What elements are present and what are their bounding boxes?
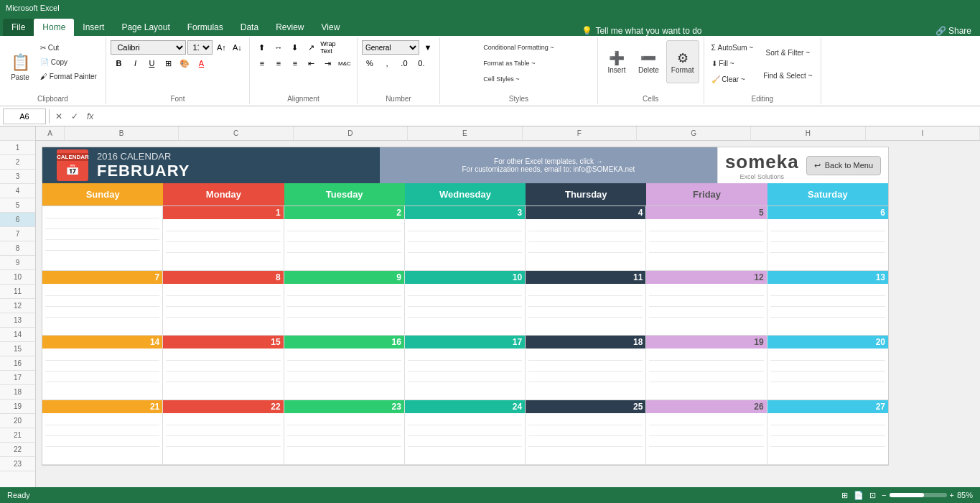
col-header-A[interactable]: A xyxy=(36,126,65,140)
font-name-select[interactable]: Calibri xyxy=(111,40,186,55)
cell-week2-wed[interactable]: 10 xyxy=(405,271,526,336)
tab-data[interactable]: Data xyxy=(232,19,267,36)
align-left-button[interactable]: ≡ xyxy=(254,56,270,70)
cell-week2-tue[interactable]: 9 xyxy=(284,271,405,336)
align-center-button[interactable]: ≡ xyxy=(271,56,286,70)
cancel-input-icon[interactable]: ✕ xyxy=(52,111,65,121)
cell-week2-sat[interactable]: 13 xyxy=(767,271,888,336)
formula-input[interactable] xyxy=(99,109,977,124)
zoom-slider[interactable] xyxy=(890,493,947,497)
zoom-decrease-button[interactable]: − xyxy=(882,491,886,499)
col-header-E[interactable]: E xyxy=(408,126,522,140)
autosum-button[interactable]: Σ AutoSum ~ xyxy=(709,40,757,55)
cell-week1-sun[interactable] xyxy=(42,206,163,271)
copy-button[interactable]: 📄 Copy xyxy=(37,55,100,69)
borders-button[interactable]: ⊞ xyxy=(160,56,176,70)
align-right-button[interactable]: ≡ xyxy=(287,56,303,70)
tab-formulas[interactable]: Formulas xyxy=(179,19,232,36)
wrap-text-button[interactable]: Wrap Text xyxy=(320,40,336,55)
number-format-expand[interactable]: ▼ xyxy=(421,40,435,55)
cell-week3-tue[interactable]: 16 xyxy=(284,336,405,400)
percent-button[interactable]: % xyxy=(362,56,378,70)
cell-styles-button[interactable]: Cell Styles ~ xyxy=(480,72,556,86)
cell-week1-fri[interactable]: 5 xyxy=(646,206,767,271)
cell-week1-thu[interactable]: 4 xyxy=(526,206,646,271)
col-header-I[interactable]: I xyxy=(866,126,980,140)
find-select-button[interactable]: Find & Select ~ xyxy=(759,65,816,86)
sort-filter-button[interactable]: Sort & Filter ~ xyxy=(759,42,816,63)
cell-week3-fri[interactable]: 19 xyxy=(646,336,767,400)
cell-week2-fri[interactable]: 12 xyxy=(646,271,767,336)
cell-week2-mon[interactable]: 8 xyxy=(163,271,284,336)
tab-insert[interactable]: Insert xyxy=(74,19,113,36)
font-color-button[interactable]: A xyxy=(193,56,209,70)
cell-reference-box[interactable] xyxy=(3,109,46,124)
insert-cells-button[interactable]: ➕ Insert xyxy=(602,40,631,83)
col-header-B[interactable]: B xyxy=(65,126,179,140)
cell-week3-sat[interactable]: 20 xyxy=(767,336,888,400)
col-header-H[interactable]: H xyxy=(751,126,865,140)
cell-week1-sat[interactable]: 6 xyxy=(767,206,888,271)
fill-color-button[interactable]: 🎨 xyxy=(177,56,192,70)
cell-week3-sun[interactable]: 14 xyxy=(42,336,163,400)
number-format-select[interactable]: General xyxy=(362,40,419,55)
cell-week3-mon[interactable]: 15 xyxy=(163,336,284,400)
cell-week1-wed[interactable]: 3 xyxy=(405,206,526,271)
page-layout-view-button[interactable]: ⊞ xyxy=(841,491,848,500)
cell-week4-wed[interactable]: 24 xyxy=(405,400,526,465)
align-middle-button[interactable]: ↔ xyxy=(271,40,286,55)
cell-week4-mon[interactable]: 22 xyxy=(163,400,284,465)
tab-file[interactable]: File xyxy=(3,19,34,36)
tab-review[interactable]: Review xyxy=(267,19,312,36)
cell-week2-sun[interactable]: 7 xyxy=(42,271,163,336)
cut-button[interactable]: ✂ Cut xyxy=(37,40,100,55)
conditional-formatting-button[interactable]: Conditional Formatting ~ xyxy=(480,40,556,55)
cell-week4-sat[interactable]: 27 xyxy=(767,400,888,465)
cell-week2-thu[interactable]: 11 xyxy=(526,271,646,336)
align-bottom-button[interactable]: ⬇ xyxy=(287,40,303,55)
cell-week3-wed[interactable]: 17 xyxy=(405,336,526,400)
clear-button[interactable]: 🧹 Clear ~ xyxy=(709,72,757,86)
thousands-button[interactable]: , xyxy=(379,56,395,70)
cell-week1-mon[interactable]: 1 xyxy=(163,206,284,271)
confirm-input-icon[interactable]: ✓ xyxy=(68,111,81,121)
cell-week3-thu[interactable]: 18 xyxy=(526,336,646,400)
delete-cells-button[interactable]: ➖ Delete xyxy=(634,40,663,83)
cell-week4-fri[interactable]: 26 xyxy=(646,400,767,465)
back-to-menu-button[interactable]: ↩ Back to Menu xyxy=(806,156,881,175)
insert-function-icon[interactable]: fx xyxy=(84,111,96,121)
cell-week4-sun[interactable]: 21 xyxy=(42,400,163,465)
format-cells-button[interactable]: ⚙ Format xyxy=(666,40,699,83)
tab-page-layout[interactable]: Page Layout xyxy=(113,19,178,36)
italic-button[interactable]: I xyxy=(127,56,143,70)
zoom-increase-button[interactable]: + xyxy=(950,491,954,499)
col-header-D[interactable]: D xyxy=(294,126,408,140)
share-button[interactable]: 🔗 Share xyxy=(935,26,980,36)
bold-button[interactable]: B xyxy=(111,56,126,70)
decrease-decimal-button[interactable]: 0. xyxy=(414,56,429,70)
tell-me-input[interactable]: 💡 Tell me what you want to do xyxy=(348,26,935,36)
font-size-decrease-button[interactable]: A↓ xyxy=(230,40,244,55)
font-size-increase-button[interactable]: A↑ xyxy=(214,40,228,55)
font-size-select[interactable]: 11 xyxy=(187,40,213,55)
col-header-G[interactable]: G xyxy=(637,126,751,140)
decrease-indent-button[interactable]: ⇤ xyxy=(304,56,319,70)
col-header-F[interactable]: F xyxy=(523,126,637,140)
custom-view-button[interactable]: ⊡ xyxy=(869,491,876,500)
cell-week4-tue[interactable]: 23 xyxy=(284,400,405,465)
tab-home[interactable]: Home xyxy=(34,19,74,36)
tab-view[interactable]: View xyxy=(313,19,349,36)
increase-indent-button[interactable]: ⇥ xyxy=(320,56,336,70)
format-as-table-button[interactable]: Format as Table ~ xyxy=(480,56,556,70)
format-painter-button[interactable]: 🖌 Format Painter xyxy=(37,69,100,83)
paste-button[interactable]: 📋 Paste xyxy=(6,43,34,91)
text-direction-button[interactable]: ↗ xyxy=(304,40,319,55)
underline-button[interactable]: U xyxy=(144,56,159,70)
spreadsheet-content[interactable]: A B C D E F G H I CALENDAR 📅 xyxy=(36,126,980,487)
page-break-view-button[interactable]: 📄 xyxy=(854,491,864,500)
cell-week1-tue[interactable]: 2 xyxy=(284,206,405,271)
calendar-link[interactable]: For other Excel templates, click → xyxy=(494,157,603,165)
col-header-C[interactable]: C xyxy=(179,126,293,140)
merge-center-button[interactable]: M&C xyxy=(337,56,353,70)
align-top-button[interactable]: ⬆ xyxy=(254,40,270,55)
